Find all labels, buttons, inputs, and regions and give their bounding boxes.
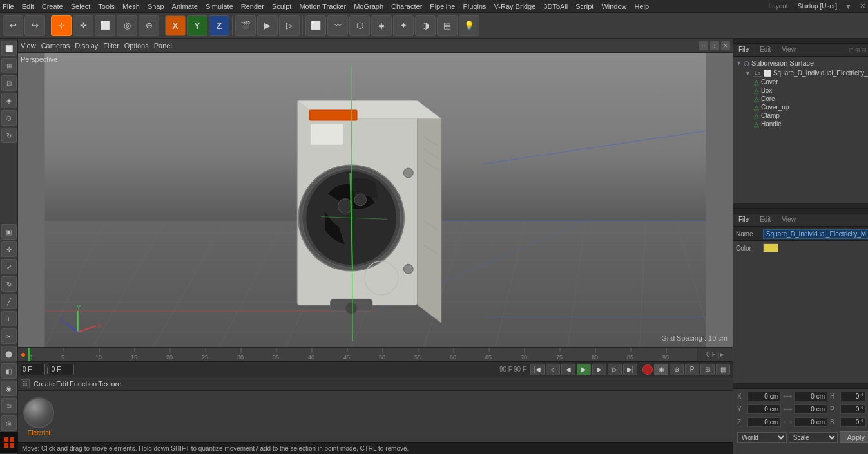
go-end-button[interactable]: ▶|: [623, 364, 637, 375]
sidebar-motion-icon[interactable]: ↻: [1, 128, 17, 143]
timeline-expand-icon[interactable]: ▸: [720, 350, 724, 359]
tree-item-box[interactable]: △ Box: [733, 86, 868, 95]
undo-button[interactable]: ↩: [3, 15, 23, 36]
menu-pipeline[interactable]: Pipeline: [430, 3, 455, 10]
render-region-button[interactable]: 🎬: [235, 15, 256, 36]
coord-x-size-input[interactable]: [794, 392, 827, 401]
vp-close-icon[interactable]: ✕: [721, 41, 730, 50]
deformer-button[interactable]: ◈: [371, 15, 392, 36]
motion-blur-button[interactable]: ⊞: [700, 364, 715, 375]
coord-y-pos-input[interactable]: [747, 404, 781, 414]
sidebar-line-icon[interactable]: ╱: [1, 294, 17, 309]
object-button[interactable]: 💡: [459, 15, 479, 36]
prev-key-button[interactable]: ◁: [546, 364, 560, 375]
layout-value[interactable]: Startup [User]: [797, 3, 837, 10]
menu-mesh[interactable]: Mesh: [122, 3, 140, 10]
sidebar-bottom-icon[interactable]: ◎: [1, 415, 17, 431]
menu-vray-bridge[interactable]: V-Ray Bridge: [494, 3, 536, 10]
menu-file[interactable]: File: [3, 3, 14, 10]
menu-select[interactable]: Select: [71, 3, 91, 10]
tree-item-squaed[interactable]: ▼ Lo ⬜ Square_D_Individual_Electricity_M: [733, 68, 868, 78]
menu-mograph[interactable]: MoGraph: [354, 3, 383, 10]
panel-divider[interactable]: [733, 208, 868, 213]
menu-simulate[interactable]: Simulate: [206, 3, 233, 10]
sidebar-scale-icon[interactable]: ⤢: [1, 259, 17, 274]
menu-animate[interactable]: Animate: [172, 3, 198, 10]
materials-drag-handle[interactable]: ⠿: [21, 379, 30, 388]
viewport-3d[interactable]: X Y Z Perspective Grid Spacing : 10 cm: [18, 53, 733, 347]
scene-view-tab[interactable]: View: [776, 44, 801, 56]
sidebar-rotate-icon[interactable]: ↻: [1, 276, 17, 292]
material-swatch[interactable]: [23, 397, 54, 428]
sidebar-mesh-icon[interactable]: ⊞: [1, 58, 17, 73]
materials-edit-menu[interactable]: Edit: [56, 380, 68, 388]
scene-edit-tab[interactable]: Edit: [755, 44, 776, 56]
menu-tools[interactable]: Tools: [98, 3, 115, 10]
scene-icon2[interactable]: ⊞: [855, 47, 860, 53]
loop-button[interactable]: ◉: [654, 364, 668, 375]
axis-y-button[interactable]: Y: [187, 15, 207, 36]
menu-sculpt[interactable]: Sculpt: [272, 3, 292, 10]
layout-close-icon[interactable]: ✕: [860, 2, 865, 10]
attr-view-tab[interactable]: View: [776, 214, 801, 226]
menu-motion-tracker[interactable]: Motion Tracker: [299, 3, 346, 10]
coord-z-size-input[interactable]: [794, 417, 827, 427]
sidebar-sculpt-icon[interactable]: ◈: [1, 93, 17, 108]
world-dropdown[interactable]: World: [737, 432, 787, 443]
scene-bottom-scroll[interactable]: [733, 203, 868, 208]
spline-button[interactable]: 〰: [327, 15, 348, 36]
sidebar-magnet-icon[interactable]: ⊃: [1, 398, 17, 413]
nurbs-button[interactable]: ⬡: [349, 15, 370, 36]
material-item[interactable]: Electrici: [23, 397, 54, 437]
materials-create-menu[interactable]: Create: [34, 380, 55, 388]
attr-file-tab[interactable]: File: [733, 214, 755, 226]
vp-panel-menu[interactable]: Panel: [154, 42, 172, 50]
scale-tool-button[interactable]: ⬜: [95, 15, 115, 36]
scale-dropdown[interactable]: Scale: [789, 432, 838, 443]
rotate-tool-button[interactable]: ◎: [117, 15, 137, 36]
timeline-ruler[interactable]: 0 5 10 15 20 25 30 35: [18, 347, 733, 361]
menu-window[interactable]: Window: [601, 3, 626, 10]
next-key-button[interactable]: ▷: [608, 364, 622, 375]
add-tool-button[interactable]: ⊕: [139, 15, 159, 36]
coord-x-pos-input[interactable]: [747, 392, 781, 401]
next-frame-button[interactable]: ▶: [592, 364, 606, 375]
render-button[interactable]: ▷: [279, 15, 300, 36]
current-frame-input[interactable]: [50, 364, 74, 375]
select-tool-button[interactable]: ⊹: [51, 15, 72, 36]
sidebar-extrude-icon[interactable]: ⊺: [1, 311, 17, 326]
menu-3dtoall[interactable]: 3DToAll: [543, 3, 568, 10]
materials-function-menu[interactable]: Function: [70, 380, 97, 388]
menu-create[interactable]: Create: [42, 3, 63, 10]
menu-render[interactable]: Render: [241, 3, 264, 10]
axis-x-button[interactable]: X: [165, 15, 186, 36]
apply-button[interactable]: Apply: [840, 431, 868, 443]
sidebar-move-icon[interactable]: ✛: [1, 241, 17, 257]
fps-button[interactable]: P: [685, 364, 699, 375]
vp-options-menu[interactable]: Options: [124, 42, 149, 50]
effector-button[interactable]: ✦: [393, 15, 414, 36]
prev-frame-button[interactable]: ◀: [561, 364, 575, 375]
coords-top-scroll[interactable]: [733, 384, 868, 389]
menu-plugins[interactable]: Plugins: [463, 3, 486, 10]
go-start-button[interactable]: |◀: [530, 364, 545, 375]
redo-button[interactable]: ↪: [24, 15, 45, 36]
tree-item-core[interactable]: △ Core: [733, 95, 868, 103]
scene-icon3[interactable]: ⊟: [862, 47, 867, 53]
tree-item-clamp[interactable]: △ Clamp: [733, 111, 868, 120]
attr-name-value[interactable]: Square_D_Individual_Electricity_M: [763, 229, 868, 239]
menu-character[interactable]: Character: [391, 3, 422, 10]
sidebar-fill-icon[interactable]: ⬤: [1, 346, 17, 361]
vp-view-menu[interactable]: View: [21, 42, 36, 50]
coord-p-rot-input[interactable]: [840, 404, 866, 414]
coord-z-pos-input[interactable]: [747, 417, 781, 427]
scene-top-scroll[interactable]: [733, 39, 868, 44]
fields-button[interactable]: ◑: [415, 15, 436, 36]
playback-mode-button[interactable]: ⊕: [670, 364, 684, 375]
vp-display-menu[interactable]: Display: [75, 42, 98, 50]
menu-help[interactable]: Help: [635, 3, 650, 10]
tree-item-handle[interactable]: △ Handle: [733, 120, 868, 128]
attr-color-swatch[interactable]: [763, 243, 778, 252]
sidebar-knife-icon[interactable]: ✂: [1, 328, 17, 344]
menu-snap[interactable]: Snap: [148, 3, 164, 10]
